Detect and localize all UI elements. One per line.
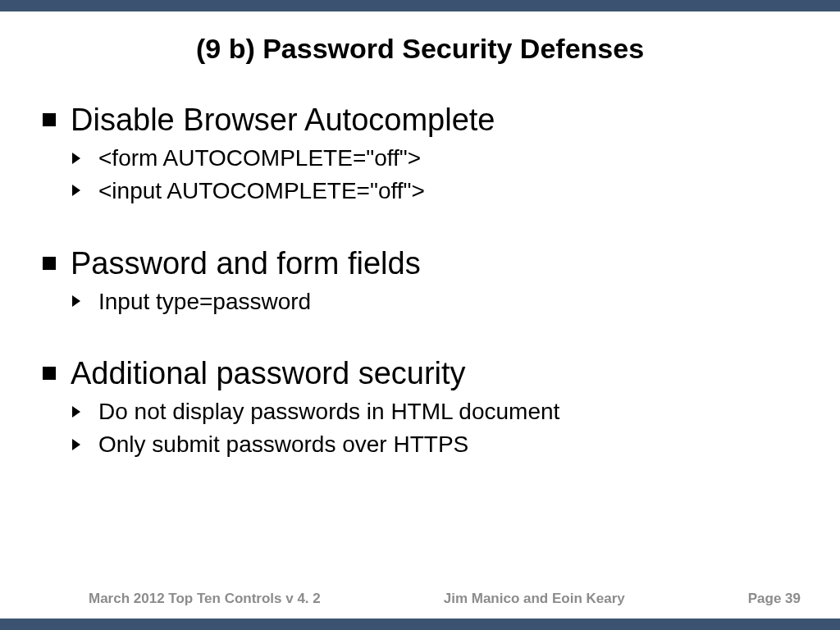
bullet-2: Password and form fields — [43, 246, 807, 281]
subbullet-3-1-text: Do not display passwords in HTML documen… — [98, 399, 559, 424]
square-bullet-icon — [43, 113, 56, 126]
bullet-3: Additional password security — [43, 356, 807, 391]
triangle-bullet-icon — [72, 153, 80, 164]
slide: (9 b) Password Security Defenses Disable… — [0, 0, 840, 630]
subbullet-1-2-text: <input AUTOCOMPLETE="off"> — [98, 178, 425, 203]
subbullet-2-1: Input type=password — [72, 286, 807, 317]
bullet-3-text: Additional password security — [71, 356, 466, 390]
square-bullet-icon — [43, 367, 56, 380]
bottom-bar — [0, 619, 840, 630]
subbullet-3-1: Do not display passwords in HTML documen… — [72, 396, 807, 427]
bullet-1: Disable Browser Autocomplete — [43, 103, 807, 138]
triangle-bullet-icon — [72, 185, 80, 196]
slide-title: (9 b) Password Security Defenses — [0, 33, 840, 65]
bullet-1-text: Disable Browser Autocomplete — [71, 103, 495, 137]
square-bullet-icon — [43, 257, 56, 270]
footer-right: Page 39 — [748, 591, 801, 607]
footer-center: Jim Manico and Eoin Keary — [444, 591, 625, 607]
footer: March 2012 Top Ten Controls v 4. 2 Jim M… — [0, 591, 840, 607]
triangle-bullet-icon — [72, 295, 80, 307]
subbullet-1-1: <form AUTOCOMPLETE="off"> — [72, 143, 807, 174]
subbullet-1-1-text: <form AUTOCOMPLETE="off"> — [98, 145, 421, 171]
triangle-bullet-icon — [72, 406, 80, 418]
subbullet-1-2: <input AUTOCOMPLETE="off"> — [72, 176, 807, 207]
bullet-2-text: Password and form fields — [71, 246, 421, 281]
subbullet-2-1-text: Input type=password — [98, 289, 311, 314]
slide-content: Disable Browser Autocomplete <form AUTOC… — [43, 103, 807, 460]
subbullet-3-2: Only submit passwords over HTTPS — [72, 429, 807, 460]
triangle-bullet-icon — [72, 439, 80, 450]
subbullet-3-2-text: Only submit passwords over HTTPS — [98, 431, 468, 457]
top-bar — [0, 0, 840, 11]
footer-left: March 2012 Top Ten Controls v 4. 2 — [89, 591, 321, 607]
